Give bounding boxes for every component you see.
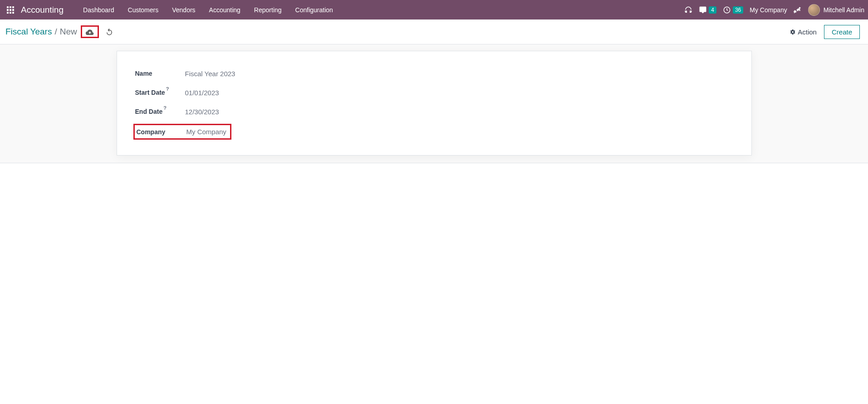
label-start-date: Start Date? [135,89,185,96]
undo-icon [105,28,113,36]
input-name[interactable] [185,68,367,79]
create-button[interactable]: Create [824,25,860,39]
company-switcher[interactable]: My Company [750,6,787,14]
label-company: Company [137,128,186,136]
messages-badge: 4 [709,6,716,14]
svg-rect-8 [12,12,14,14]
svg-rect-6 [7,12,9,14]
activities-badge: 36 [733,6,743,14]
svg-rect-3 [7,9,9,11]
voip-icon[interactable] [684,6,692,14]
control-bar: Fiscal Years / New Action Create [0,19,868,44]
input-start-date[interactable] [185,87,367,98]
label-start-date-text: Start Date [135,89,165,96]
messages-icon[interactable]: 4 [699,6,716,14]
nav-item-reporting[interactable]: Reporting [247,1,289,19]
debug-icon[interactable] [794,6,802,14]
user-name: Mitchell Admin [824,6,864,14]
apps-icon[interactable] [6,6,15,14]
help-icon[interactable]: ? [163,105,167,111]
action-menu-label: Action [798,28,817,36]
breadcrumb-current: New [60,27,77,37]
label-end-date: End Date? [135,108,185,115]
nav-item-accounting[interactable]: Accounting [202,1,247,19]
row-company: Company My Company [133,124,231,140]
svg-rect-0 [7,6,9,8]
navbar-left: Accounting Dashboard Customers Vendors A… [6,1,340,19]
input-end-date[interactable] [185,106,367,117]
row-start-date: Start Date? [135,83,733,102]
breadcrumb-separator: / [54,27,57,37]
value-company[interactable]: My Company [186,128,226,136]
svg-rect-4 [10,9,11,11]
nav-item-dashboard[interactable]: Dashboard [76,1,121,19]
user-menu[interactable]: Mitchell Admin [808,4,864,16]
svg-rect-7 [10,12,11,14]
activities-icon[interactable]: 36 [723,6,743,14]
navbar-right: 4 36 My Company Mitchell Admin [684,4,864,16]
breadcrumb: Fiscal Years / New [5,27,77,37]
svg-rect-2 [12,6,14,8]
row-company-wrapper: Company My Company [135,121,733,140]
nav-item-customers[interactable]: Customers [121,1,166,19]
discard-button[interactable] [105,28,113,36]
content-area: Name Start Date? End Date? Company My Co… [0,44,868,163]
breadcrumb-parent[interactable]: Fiscal Years [5,27,52,37]
app-name[interactable]: Accounting [21,5,64,15]
form-sheet: Name Start Date? End Date? Company My Co… [117,51,752,156]
svg-rect-1 [10,6,11,8]
label-end-date-text: End Date [135,108,163,115]
label-name: Name [135,70,185,77]
action-menu-button[interactable]: Action [789,28,817,36]
svg-rect-5 [12,9,14,11]
breadcrumb-actions [81,25,113,38]
gear-icon [789,29,796,35]
control-bar-right: Action Create [789,25,860,39]
row-end-date: End Date? [135,102,733,121]
nav-menu: Dashboard Customers Vendors Accounting R… [76,1,340,19]
save-button[interactable] [81,25,99,38]
row-name: Name [135,64,733,83]
nav-item-configuration[interactable]: Configuration [289,1,340,19]
cloud-upload-icon [85,28,94,35]
avatar [808,4,820,16]
top-navbar: Accounting Dashboard Customers Vendors A… [0,0,868,19]
help-icon[interactable]: ? [166,86,169,92]
nav-item-vendors[interactable]: Vendors [165,1,202,19]
